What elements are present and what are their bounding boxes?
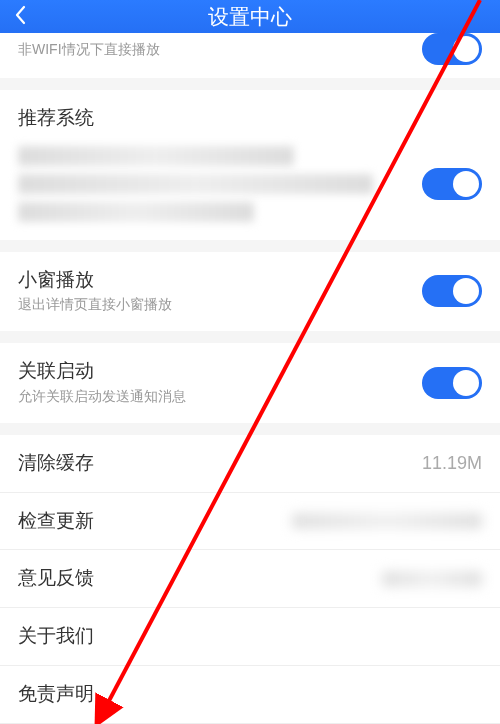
setting-label: 关于我们 <box>18 624 482 649</box>
setting-clear-cache[interactable]: 清除缓存 11.19M <box>0 435 500 493</box>
setting-label: 推荐系统 <box>18 106 482 131</box>
setting-label: 非WIFI情况下直接播放 <box>18 40 422 58</box>
setting-sublabel: 允许关联启动发送通知消息 <box>18 388 422 406</box>
blurred-area <box>382 571 482 587</box>
setting-feedback[interactable]: 意见反馈 <box>0 550 500 608</box>
toggle-switch[interactable] <box>422 367 482 399</box>
setting-label: 关联启动 <box>18 359 422 384</box>
setting-label: 清除缓存 <box>18 451 422 476</box>
blurred-area <box>0 136 500 240</box>
setting-label: 小窗播放 <box>18 268 422 293</box>
toggle-switch[interactable] <box>422 33 482 65</box>
gap <box>0 78 500 90</box>
setting-about-us[interactable]: 关于我们 <box>0 608 500 666</box>
setting-non-wifi-play[interactable]: 非WIFI情况下直接播放 <box>0 33 500 78</box>
setting-sublabel: 退出详情页直接小窗播放 <box>18 296 422 314</box>
gap <box>0 240 500 252</box>
setting-assoc-launch[interactable]: 关联启动 允许关联启动发送通知消息 <box>0 343 500 423</box>
setting-label: 免责声明 <box>18 682 482 707</box>
setting-check-update[interactable]: 检查更新 <box>0 493 500 551</box>
setting-label: 意见反馈 <box>18 566 382 591</box>
cache-size-value: 11.19M <box>422 453 482 474</box>
blurred-area <box>292 513 482 529</box>
content: 非WIFI情况下直接播放 推荐系统 小窗播放 退出详情页直接小窗播放 关联启动 <box>0 33 500 724</box>
setting-disclaimer[interactable]: 免责声明 <box>0 666 500 724</box>
gap <box>0 423 500 435</box>
gap <box>0 331 500 343</box>
back-icon[interactable] <box>14 5 26 29</box>
setting-recommend-system[interactable]: 推荐系统 <box>0 90 500 136</box>
setting-label: 检查更新 <box>18 509 292 534</box>
toggle-switch[interactable] <box>422 168 482 200</box>
setting-mini-window[interactable]: 小窗播放 退出详情页直接小窗播放 <box>0 252 500 332</box>
header: 设置中心 <box>0 0 500 33</box>
toggle-switch[interactable] <box>422 275 482 307</box>
page-title: 设置中心 <box>208 3 292 31</box>
